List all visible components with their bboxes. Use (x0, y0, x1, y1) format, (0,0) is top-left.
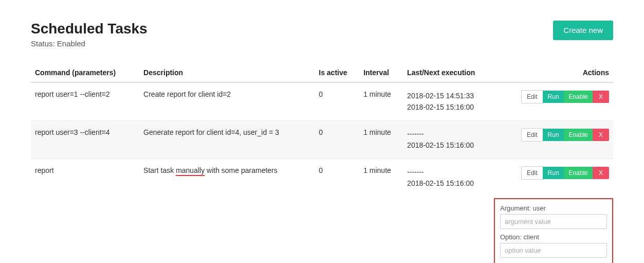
next-exec: 2018-02-15 15:16:00 (407, 178, 492, 189)
page-header: Scheduled Tasks Status: Enabled Create n… (31, 21, 613, 48)
cell-execution: ------- 2018-02-15 15:16:00 (403, 159, 496, 196)
col-description: Description (139, 63, 315, 82)
last-exec: ------- (407, 128, 492, 139)
argument-label: Argument: user (500, 204, 607, 212)
title-block: Scheduled Tasks Status: Enabled (31, 21, 148, 48)
cell-interval: 1 minute (359, 120, 403, 159)
cell-actions: EditRunEnableX (496, 120, 613, 159)
next-exec: 2018-02-15 15:16:00 (407, 139, 492, 151)
enable-button[interactable]: Enable (564, 167, 593, 179)
tasks-table: Command (parameters) Description Is acti… (31, 63, 613, 196)
table-row: report Start task manually with some par… (31, 159, 613, 196)
cell-is-active: 0 (315, 159, 359, 196)
col-execution: Last/Next execution (403, 63, 496, 82)
parameters-panel: Argument: user Option: client (494, 198, 613, 263)
col-is-active: Is active (315, 63, 359, 82)
cell-command: report user=3 --client=4 (31, 120, 139, 159)
cell-interval: 1 minute (359, 159, 403, 196)
enable-button[interactable]: Enable (564, 91, 593, 103)
delete-button[interactable]: X (593, 129, 609, 141)
edit-button[interactable]: Edit (521, 166, 543, 180)
cell-interval: 1 minute (359, 82, 403, 120)
delete-button[interactable]: X (593, 91, 609, 103)
cell-actions: EditRunEnableX (496, 159, 613, 196)
argument-input[interactable] (500, 214, 607, 229)
cell-execution: ------- 2018-02-15 15:16:00 (403, 120, 496, 159)
enable-button[interactable]: Enable (564, 129, 593, 141)
cell-is-active: 0 (315, 82, 359, 120)
page-title: Scheduled Tasks (31, 21, 148, 37)
cell-description: Start task manually with some parameters (139, 159, 315, 196)
status-line: Status: Enabled (31, 39, 148, 48)
cell-command: report user=1 --client=2 (31, 82, 139, 120)
last-exec: 2018-02-15 14:51:33 (407, 90, 492, 101)
last-exec: ------- (407, 166, 492, 178)
next-exec: 2018-02-15 15:16:00 (407, 101, 492, 113)
col-command: Command (parameters) (31, 63, 139, 82)
col-interval: Interval (359, 63, 403, 82)
option-input[interactable] (500, 243, 607, 258)
edit-button[interactable]: Edit (521, 90, 543, 103)
run-button[interactable]: Run (543, 129, 564, 141)
cell-description: Generate report for client id=4, user_id… (139, 120, 315, 159)
cell-execution: 2018-02-15 14:51:33 2018-02-15 15:16:00 (403, 82, 496, 120)
delete-button[interactable]: X (593, 167, 609, 179)
option-label: Option: client (500, 233, 607, 241)
cell-description: Create report for client id=2 (139, 82, 315, 120)
run-button[interactable]: Run (543, 91, 564, 103)
cell-command: report (31, 159, 139, 196)
cell-is-active: 0 (315, 120, 359, 159)
highlighted-word: manually (176, 166, 205, 176)
create-new-button[interactable]: Create new (553, 21, 613, 40)
table-row: report user=1 --client=2 Create report f… (31, 82, 613, 120)
cell-actions: EditRunEnableX (496, 82, 613, 120)
col-actions: Actions (496, 63, 613, 82)
edit-button[interactable]: Edit (521, 128, 543, 142)
run-button[interactable]: Run (543, 167, 564, 179)
table-row: report user=3 --client=4 Generate report… (31, 120, 613, 159)
